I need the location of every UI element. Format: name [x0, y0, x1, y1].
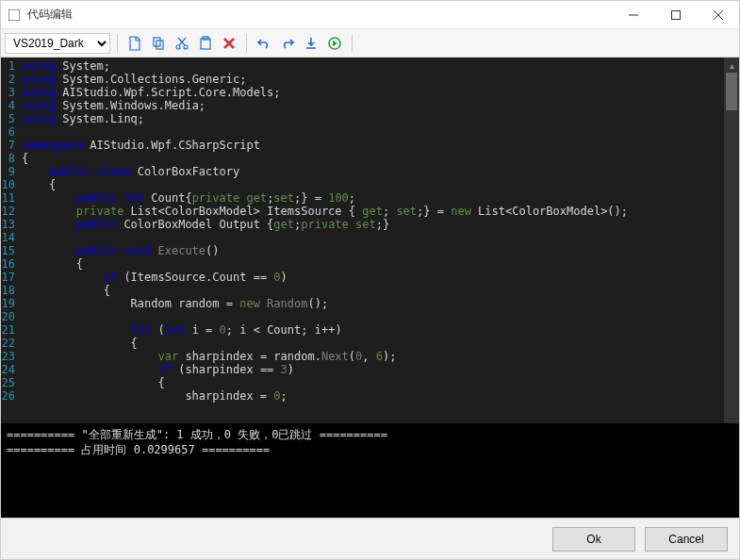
- cut-icon[interactable]: [172, 33, 192, 54]
- titlebar[interactable]: 代码编辑: [1, 1, 739, 29]
- minimize-button[interactable]: [612, 1, 654, 29]
- code-line: using System.Windows.Media;: [22, 99, 724, 112]
- line-number: 24: [1, 363, 15, 376]
- line-number: 2: [1, 73, 15, 86]
- line-number: 10: [1, 178, 15, 191]
- code-editor[interactable]: 1234567891011121314151617181920212223242…: [1, 58, 739, 423]
- line-number: 11: [1, 191, 15, 205]
- line-number: 17: [1, 271, 15, 284]
- code-line: using System;: [22, 59, 724, 73]
- output-panel: ========== "全部重新生成": 1 成功，0 失败，0已跳过 ====…: [1, 423, 739, 518]
- download-icon[interactable]: [301, 33, 321, 54]
- line-number: 16: [1, 257, 15, 271]
- code-line: public ColorBoxModel Output {get;private…: [22, 218, 724, 231]
- redo-icon[interactable]: [277, 33, 298, 54]
- window-controls: [612, 1, 739, 29]
- line-number: 21: [1, 323, 15, 337]
- scroll-thumb[interactable]: [726, 73, 737, 110]
- code-line: {: [22, 257, 724, 271]
- theme-select[interactable]: VS2019_Dark: [5, 33, 110, 54]
- code-line: [22, 310, 724, 323]
- window-title: 代码编辑: [27, 7, 612, 23]
- svg-point-7: [176, 45, 180, 49]
- code-line: {: [22, 152, 724, 165]
- code-line: public void Execute(): [22, 244, 724, 257]
- line-number: 15: [1, 244, 15, 257]
- code-line: sharpindex = 0;: [22, 389, 724, 403]
- line-number: 1: [1, 59, 15, 73]
- line-gutter: 1234567891011121314151617181920212223242…: [1, 58, 18, 423]
- new-file-icon[interactable]: [124, 33, 145, 54]
- code-line: using System.Collections.Generic;: [22, 73, 724, 86]
- dialog-buttons: Ok Cancel: [1, 518, 739, 559]
- cancel-button[interactable]: Cancel: [645, 527, 728, 552]
- output-line: ========== "全部重新生成": 1 成功，0 失败，0已跳过 ====…: [7, 427, 733, 442]
- svg-rect-11: [201, 39, 210, 49]
- line-number: 6: [1, 125, 15, 139]
- code-line: {: [22, 376, 724, 389]
- code-line: using System.Linq;: [22, 112, 724, 125]
- copy-icon[interactable]: [148, 33, 169, 54]
- paste-icon[interactable]: [195, 33, 216, 54]
- close-button[interactable]: [697, 1, 739, 29]
- toolbar-separator: [117, 34, 118, 53]
- line-number: 8: [1, 152, 15, 165]
- maximize-button[interactable]: [654, 1, 697, 29]
- dialog-window: 代码编辑 VS2019_Dark: [0, 0, 740, 560]
- svg-rect-0: [8, 9, 20, 21]
- vertical-scrollbar[interactable]: ▴: [724, 58, 739, 423]
- line-number: 22: [1, 337, 15, 350]
- line-number: 25: [1, 376, 15, 389]
- line-number: 12: [1, 205, 15, 218]
- delete-icon[interactable]: [219, 33, 239, 54]
- line-number: 3: [1, 86, 15, 99]
- code-content[interactable]: using System;using System.Collections.Ge…: [18, 58, 724, 423]
- code-line: private List<ColorBoxModel> ItemsSource …: [22, 205, 724, 218]
- run-icon[interactable]: [324, 33, 345, 54]
- undo-icon[interactable]: [254, 33, 274, 54]
- line-number: 26: [1, 389, 15, 403]
- code-line: public int Count{private get;set;} = 100…: [22, 191, 724, 205]
- line-number: 4: [1, 99, 15, 112]
- line-number: 14: [1, 231, 15, 244]
- toolbar-separator: [352, 34, 353, 53]
- code-line: [22, 125, 724, 139]
- svg-line-9: [179, 38, 186, 45]
- svg-point-8: [184, 45, 188, 49]
- line-number: 19: [1, 297, 15, 310]
- svg-rect-2: [671, 10, 680, 19]
- line-number: 18: [1, 284, 15, 297]
- code-line: if (sharpindex == 3): [22, 363, 724, 376]
- code-line: {: [22, 337, 724, 350]
- line-number: 23: [1, 350, 15, 363]
- line-number: 20: [1, 310, 15, 323]
- ok-button[interactable]: Ok: [552, 527, 635, 552]
- toolbar-separator: [246, 34, 247, 53]
- code-line: {: [22, 178, 724, 191]
- code-line: if (ItemsSource.Count == 0): [22, 271, 724, 284]
- code-line: using AIStudio.Wpf.Script.Core.Models;: [22, 86, 724, 99]
- toolbar: VS2019_Dark: [1, 29, 739, 58]
- code-line: {: [22, 284, 724, 297]
- code-line: var sharpindex = random.Next(0, 6);: [22, 350, 724, 363]
- line-number: 13: [1, 218, 15, 231]
- app-icon: [7, 8, 22, 23]
- scroll-up-icon[interactable]: ▴: [724, 58, 739, 73]
- code-line: public class ColorBoxFactory: [22, 165, 724, 178]
- line-number: 9: [1, 165, 15, 178]
- code-line: for (int i = 0; i < Count; i++): [22, 323, 724, 337]
- code-line: namespace AIStudio.Wpf.CSharpScript: [22, 139, 724, 152]
- output-line: ========== 占用时间 0.0299657 ==========: [7, 442, 733, 457]
- svg-line-10: [178, 38, 185, 45]
- line-number: 7: [1, 139, 15, 152]
- code-line: [22, 231, 724, 244]
- code-line: Random random = new Random();: [22, 297, 724, 310]
- line-number: 5: [1, 112, 15, 125]
